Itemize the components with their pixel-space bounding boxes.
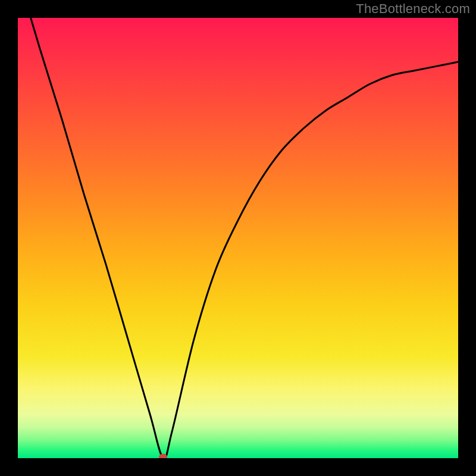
chart-frame: TheBottleneck.com [0, 0, 476, 476]
watermark-text: TheBottleneck.com [356, 1, 470, 17]
minimum-marker [159, 454, 167, 459]
plot-area [18, 18, 458, 458]
gradient-background [18, 18, 458, 458]
